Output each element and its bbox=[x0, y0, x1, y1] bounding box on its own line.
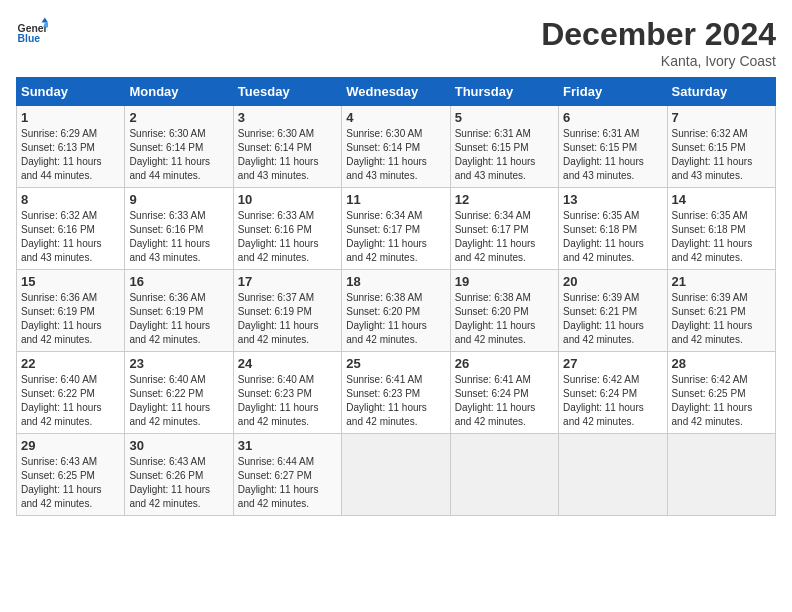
calendar-cell: 22 Sunrise: 6:40 AM Sunset: 6:22 PM Dayl… bbox=[17, 352, 125, 434]
day-number: 17 bbox=[238, 274, 337, 289]
day-number: 28 bbox=[672, 356, 771, 371]
day-number: 7 bbox=[672, 110, 771, 125]
day-number: 16 bbox=[129, 274, 228, 289]
day-number: 15 bbox=[21, 274, 120, 289]
calendar-cell: 3 Sunrise: 6:30 AM Sunset: 6:14 PM Dayli… bbox=[233, 106, 341, 188]
day-number: 8 bbox=[21, 192, 120, 207]
day-info: Sunrise: 6:40 AM Sunset: 6:22 PM Dayligh… bbox=[21, 373, 120, 429]
day-info: Sunrise: 6:40 AM Sunset: 6:23 PM Dayligh… bbox=[238, 373, 337, 429]
calendar-cell: 12 Sunrise: 6:34 AM Sunset: 6:17 PM Dayl… bbox=[450, 188, 558, 270]
day-number: 18 bbox=[346, 274, 445, 289]
calendar-cell bbox=[667, 434, 775, 516]
header-monday: Monday bbox=[125, 78, 233, 106]
calendar-cell: 23 Sunrise: 6:40 AM Sunset: 6:22 PM Dayl… bbox=[125, 352, 233, 434]
day-number: 24 bbox=[238, 356, 337, 371]
day-info: Sunrise: 6:37 AM Sunset: 6:19 PM Dayligh… bbox=[238, 291, 337, 347]
day-info: Sunrise: 6:42 AM Sunset: 6:25 PM Dayligh… bbox=[672, 373, 771, 429]
calendar-cell: 8 Sunrise: 6:32 AM Sunset: 6:16 PM Dayli… bbox=[17, 188, 125, 270]
day-number: 13 bbox=[563, 192, 662, 207]
calendar-cell: 6 Sunrise: 6:31 AM Sunset: 6:15 PM Dayli… bbox=[559, 106, 667, 188]
calendar-week-1: 1 Sunrise: 6:29 AM Sunset: 6:13 PM Dayli… bbox=[17, 106, 776, 188]
calendar-cell: 1 Sunrise: 6:29 AM Sunset: 6:13 PM Dayli… bbox=[17, 106, 125, 188]
day-number: 11 bbox=[346, 192, 445, 207]
calendar-header-row: SundayMondayTuesdayWednesdayThursdayFrid… bbox=[17, 78, 776, 106]
day-number: 22 bbox=[21, 356, 120, 371]
calendar-cell: 18 Sunrise: 6:38 AM Sunset: 6:20 PM Dayl… bbox=[342, 270, 450, 352]
calendar-cell: 20 Sunrise: 6:39 AM Sunset: 6:21 PM Dayl… bbox=[559, 270, 667, 352]
day-info: Sunrise: 6:33 AM Sunset: 6:16 PM Dayligh… bbox=[238, 209, 337, 265]
header: General Blue December 2024 Kanta, Ivory … bbox=[16, 16, 776, 69]
month-title: December 2024 bbox=[541, 16, 776, 53]
calendar-cell: 31 Sunrise: 6:44 AM Sunset: 6:27 PM Dayl… bbox=[233, 434, 341, 516]
calendar-cell: 17 Sunrise: 6:37 AM Sunset: 6:19 PM Dayl… bbox=[233, 270, 341, 352]
day-info: Sunrise: 6:31 AM Sunset: 6:15 PM Dayligh… bbox=[455, 127, 554, 183]
day-number: 6 bbox=[563, 110, 662, 125]
calendar-cell: 25 Sunrise: 6:41 AM Sunset: 6:23 PM Dayl… bbox=[342, 352, 450, 434]
day-info: Sunrise: 6:42 AM Sunset: 6:24 PM Dayligh… bbox=[563, 373, 662, 429]
title-area: December 2024 Kanta, Ivory Coast bbox=[541, 16, 776, 69]
calendar-week-4: 22 Sunrise: 6:40 AM Sunset: 6:22 PM Dayl… bbox=[17, 352, 776, 434]
calendar-cell: 2 Sunrise: 6:30 AM Sunset: 6:14 PM Dayli… bbox=[125, 106, 233, 188]
header-thursday: Thursday bbox=[450, 78, 558, 106]
day-info: Sunrise: 6:40 AM Sunset: 6:22 PM Dayligh… bbox=[129, 373, 228, 429]
day-number: 10 bbox=[238, 192, 337, 207]
header-wednesday: Wednesday bbox=[342, 78, 450, 106]
day-number: 4 bbox=[346, 110, 445, 125]
svg-text:General: General bbox=[18, 23, 48, 34]
calendar-cell: 9 Sunrise: 6:33 AM Sunset: 6:16 PM Dayli… bbox=[125, 188, 233, 270]
calendar-week-2: 8 Sunrise: 6:32 AM Sunset: 6:16 PM Dayli… bbox=[17, 188, 776, 270]
day-number: 19 bbox=[455, 274, 554, 289]
day-info: Sunrise: 6:33 AM Sunset: 6:16 PM Dayligh… bbox=[129, 209, 228, 265]
location-title: Kanta, Ivory Coast bbox=[541, 53, 776, 69]
calendar-cell: 26 Sunrise: 6:41 AM Sunset: 6:24 PM Dayl… bbox=[450, 352, 558, 434]
day-info: Sunrise: 6:32 AM Sunset: 6:16 PM Dayligh… bbox=[21, 209, 120, 265]
day-info: Sunrise: 6:32 AM Sunset: 6:15 PM Dayligh… bbox=[672, 127, 771, 183]
day-info: Sunrise: 6:43 AM Sunset: 6:25 PM Dayligh… bbox=[21, 455, 120, 511]
day-info: Sunrise: 6:38 AM Sunset: 6:20 PM Dayligh… bbox=[346, 291, 445, 347]
day-info: Sunrise: 6:36 AM Sunset: 6:19 PM Dayligh… bbox=[129, 291, 228, 347]
day-info: Sunrise: 6:34 AM Sunset: 6:17 PM Dayligh… bbox=[455, 209, 554, 265]
calendar-cell: 30 Sunrise: 6:43 AM Sunset: 6:26 PM Dayl… bbox=[125, 434, 233, 516]
calendar-cell: 21 Sunrise: 6:39 AM Sunset: 6:21 PM Dayl… bbox=[667, 270, 775, 352]
header-saturday: Saturday bbox=[667, 78, 775, 106]
svg-marker-2 bbox=[42, 18, 48, 23]
calendar-cell: 13 Sunrise: 6:35 AM Sunset: 6:18 PM Dayl… bbox=[559, 188, 667, 270]
day-number: 2 bbox=[129, 110, 228, 125]
calendar-cell: 27 Sunrise: 6:42 AM Sunset: 6:24 PM Dayl… bbox=[559, 352, 667, 434]
header-tuesday: Tuesday bbox=[233, 78, 341, 106]
day-number: 29 bbox=[21, 438, 120, 453]
day-info: Sunrise: 6:29 AM Sunset: 6:13 PM Dayligh… bbox=[21, 127, 120, 183]
day-info: Sunrise: 6:41 AM Sunset: 6:23 PM Dayligh… bbox=[346, 373, 445, 429]
day-number: 3 bbox=[238, 110, 337, 125]
calendar-week-3: 15 Sunrise: 6:36 AM Sunset: 6:19 PM Dayl… bbox=[17, 270, 776, 352]
day-number: 23 bbox=[129, 356, 228, 371]
calendar-table: SundayMondayTuesdayWednesdayThursdayFrid… bbox=[16, 77, 776, 516]
day-number: 26 bbox=[455, 356, 554, 371]
day-number: 21 bbox=[672, 274, 771, 289]
day-info: Sunrise: 6:35 AM Sunset: 6:18 PM Dayligh… bbox=[672, 209, 771, 265]
calendar-cell: 7 Sunrise: 6:32 AM Sunset: 6:15 PM Dayli… bbox=[667, 106, 775, 188]
day-info: Sunrise: 6:35 AM Sunset: 6:18 PM Dayligh… bbox=[563, 209, 662, 265]
day-info: Sunrise: 6:38 AM Sunset: 6:20 PM Dayligh… bbox=[455, 291, 554, 347]
day-info: Sunrise: 6:44 AM Sunset: 6:27 PM Dayligh… bbox=[238, 455, 337, 511]
day-info: Sunrise: 6:41 AM Sunset: 6:24 PM Dayligh… bbox=[455, 373, 554, 429]
svg-text:Blue: Blue bbox=[18, 33, 41, 44]
day-number: 20 bbox=[563, 274, 662, 289]
calendar-cell bbox=[559, 434, 667, 516]
day-number: 25 bbox=[346, 356, 445, 371]
calendar-cell: 24 Sunrise: 6:40 AM Sunset: 6:23 PM Dayl… bbox=[233, 352, 341, 434]
day-info: Sunrise: 6:31 AM Sunset: 6:15 PM Dayligh… bbox=[563, 127, 662, 183]
calendar-cell: 10 Sunrise: 6:33 AM Sunset: 6:16 PM Dayl… bbox=[233, 188, 341, 270]
header-friday: Friday bbox=[559, 78, 667, 106]
calendar-cell: 4 Sunrise: 6:30 AM Sunset: 6:14 PM Dayli… bbox=[342, 106, 450, 188]
calendar-cell: 15 Sunrise: 6:36 AM Sunset: 6:19 PM Dayl… bbox=[17, 270, 125, 352]
logo: General Blue bbox=[16, 16, 48, 48]
day-info: Sunrise: 6:39 AM Sunset: 6:21 PM Dayligh… bbox=[563, 291, 662, 347]
calendar-cell: 5 Sunrise: 6:31 AM Sunset: 6:15 PM Dayli… bbox=[450, 106, 558, 188]
calendar-cell: 28 Sunrise: 6:42 AM Sunset: 6:25 PM Dayl… bbox=[667, 352, 775, 434]
day-number: 5 bbox=[455, 110, 554, 125]
calendar-week-5: 29 Sunrise: 6:43 AM Sunset: 6:25 PM Dayl… bbox=[17, 434, 776, 516]
calendar-cell: 29 Sunrise: 6:43 AM Sunset: 6:25 PM Dayl… bbox=[17, 434, 125, 516]
calendar-cell: 11 Sunrise: 6:34 AM Sunset: 6:17 PM Dayl… bbox=[342, 188, 450, 270]
day-number: 30 bbox=[129, 438, 228, 453]
